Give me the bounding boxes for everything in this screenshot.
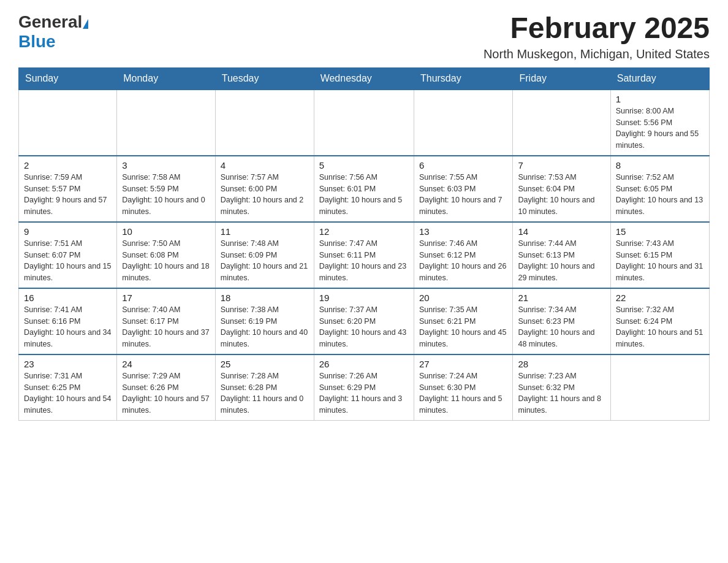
calendar-cell: 10Sunrise: 7:50 AMSunset: 6:08 PMDayligh… bbox=[117, 222, 216, 288]
calendar-week-row: 2Sunrise: 7:59 AMSunset: 5:57 PMDaylight… bbox=[19, 156, 710, 222]
day-info: Sunrise: 7:34 AMSunset: 6:23 PMDaylight:… bbox=[518, 304, 605, 350]
day-info: Sunrise: 7:26 AMSunset: 6:29 PMDaylight:… bbox=[319, 370, 409, 416]
calendar-cell bbox=[19, 90, 117, 156]
calendar-week-row: 23Sunrise: 7:31 AMSunset: 6:25 PMDayligh… bbox=[19, 354, 710, 421]
calendar-cell: 19Sunrise: 7:37 AMSunset: 6:20 PMDayligh… bbox=[314, 288, 414, 354]
day-number: 22 bbox=[616, 293, 704, 303]
day-number: 2 bbox=[24, 160, 112, 170]
day-info: Sunrise: 7:55 AMSunset: 6:03 PMDaylight:… bbox=[419, 172, 508, 218]
calendar-cell: 11Sunrise: 7:48 AMSunset: 6:09 PMDayligh… bbox=[215, 222, 314, 288]
day-info: Sunrise: 7:51 AMSunset: 6:07 PMDaylight:… bbox=[24, 238, 112, 284]
day-number: 3 bbox=[122, 160, 210, 170]
day-info: Sunrise: 7:28 AMSunset: 6:28 PMDaylight:… bbox=[221, 370, 309, 416]
month-title: February 2025 bbox=[483, 12, 710, 45]
calendar-cell: 23Sunrise: 7:31 AMSunset: 6:25 PMDayligh… bbox=[19, 354, 117, 421]
day-info: Sunrise: 7:38 AMSunset: 6:19 PMDaylight:… bbox=[221, 304, 309, 350]
calendar-cell bbox=[414, 90, 513, 156]
day-number: 11 bbox=[221, 226, 309, 237]
calendar-cell: 4Sunrise: 7:57 AMSunset: 6:00 PMDaylight… bbox=[215, 156, 314, 222]
day-number: 7 bbox=[518, 160, 605, 170]
day-number: 15 bbox=[616, 226, 704, 237]
calendar-week-row: 9Sunrise: 7:51 AMSunset: 6:07 PMDaylight… bbox=[19, 222, 710, 288]
title-block: February 2025 North Muskegon, Michigan, … bbox=[483, 12, 710, 61]
calendar-cell: 27Sunrise: 7:24 AMSunset: 6:30 PMDayligh… bbox=[414, 354, 513, 421]
calendar-cell: 24Sunrise: 7:29 AMSunset: 6:26 PMDayligh… bbox=[117, 354, 216, 421]
day-info: Sunrise: 7:46 AMSunset: 6:12 PMDaylight:… bbox=[419, 238, 508, 284]
calendar-cell bbox=[215, 90, 314, 156]
day-number: 14 bbox=[518, 226, 605, 237]
calendar-cell bbox=[513, 90, 610, 156]
day-info: Sunrise: 7:41 AMSunset: 6:16 PMDaylight:… bbox=[24, 304, 112, 350]
day-number: 26 bbox=[319, 359, 409, 369]
col-thursday: Thursday bbox=[414, 67, 513, 90]
day-number: 8 bbox=[616, 160, 704, 170]
calendar-cell: 12Sunrise: 7:47 AMSunset: 6:11 PMDayligh… bbox=[314, 222, 414, 288]
logo-blue-text: Blue bbox=[18, 32, 56, 51]
day-info: Sunrise: 7:43 AMSunset: 6:15 PMDaylight:… bbox=[616, 238, 704, 284]
calendar-cell: 16Sunrise: 7:41 AMSunset: 6:16 PMDayligh… bbox=[19, 288, 117, 354]
day-number: 6 bbox=[419, 160, 508, 170]
day-info: Sunrise: 7:52 AMSunset: 6:05 PMDaylight:… bbox=[616, 172, 704, 218]
calendar-cell: 13Sunrise: 7:46 AMSunset: 6:12 PMDayligh… bbox=[414, 222, 513, 288]
col-saturday: Saturday bbox=[610, 67, 709, 90]
calendar-cell: 20Sunrise: 7:35 AMSunset: 6:21 PMDayligh… bbox=[414, 288, 513, 354]
day-number: 17 bbox=[122, 293, 210, 303]
day-number: 24 bbox=[122, 359, 210, 369]
calendar-cell: 21Sunrise: 7:34 AMSunset: 6:23 PMDayligh… bbox=[513, 288, 610, 354]
day-info: Sunrise: 7:48 AMSunset: 6:09 PMDaylight:… bbox=[221, 238, 309, 284]
logo-triangle-icon bbox=[83, 19, 88, 29]
day-number: 13 bbox=[419, 226, 508, 237]
day-info: Sunrise: 7:29 AMSunset: 6:26 PMDaylight:… bbox=[122, 370, 210, 416]
calendar-cell bbox=[314, 90, 414, 156]
calendar-header-row: Sunday Monday Tuesday Wednesday Thursday… bbox=[19, 67, 710, 90]
calendar-cell: 5Sunrise: 7:56 AMSunset: 6:01 PMDaylight… bbox=[314, 156, 414, 222]
calendar-cell: 2Sunrise: 7:59 AMSunset: 5:57 PMDaylight… bbox=[19, 156, 117, 222]
day-number: 23 bbox=[24, 359, 112, 369]
calendar-week-row: 1Sunrise: 8:00 AMSunset: 5:56 PMDaylight… bbox=[19, 90, 710, 156]
col-monday: Monday bbox=[117, 67, 216, 90]
calendar-cell: 7Sunrise: 7:53 AMSunset: 6:04 PMDaylight… bbox=[513, 156, 610, 222]
day-info: Sunrise: 7:32 AMSunset: 6:24 PMDaylight:… bbox=[616, 304, 704, 350]
calendar-cell: 3Sunrise: 7:58 AMSunset: 5:59 PMDaylight… bbox=[117, 156, 216, 222]
calendar-cell bbox=[610, 354, 709, 421]
day-info: Sunrise: 7:24 AMSunset: 6:30 PMDaylight:… bbox=[419, 370, 508, 416]
calendar-cell: 22Sunrise: 7:32 AMSunset: 6:24 PMDayligh… bbox=[610, 288, 709, 354]
col-friday: Friday bbox=[513, 67, 610, 90]
day-info: Sunrise: 7:40 AMSunset: 6:17 PMDaylight:… bbox=[122, 304, 210, 350]
page-header: General Blue February 2025 North Muskego… bbox=[18, 12, 710, 61]
calendar-cell: 18Sunrise: 7:38 AMSunset: 6:19 PMDayligh… bbox=[215, 288, 314, 354]
calendar-cell: 17Sunrise: 7:40 AMSunset: 6:17 PMDayligh… bbox=[117, 288, 216, 354]
day-number: 19 bbox=[319, 293, 409, 303]
day-number: 4 bbox=[221, 160, 309, 170]
day-number: 20 bbox=[419, 293, 508, 303]
calendar-cell: 25Sunrise: 7:28 AMSunset: 6:28 PMDayligh… bbox=[215, 354, 314, 421]
calendar-cell: 6Sunrise: 7:55 AMSunset: 6:03 PMDaylight… bbox=[414, 156, 513, 222]
day-info: Sunrise: 7:44 AMSunset: 6:13 PMDaylight:… bbox=[518, 238, 605, 284]
day-info: Sunrise: 7:35 AMSunset: 6:21 PMDaylight:… bbox=[419, 304, 508, 350]
col-tuesday: Tuesday bbox=[215, 67, 314, 90]
day-number: 25 bbox=[221, 359, 309, 369]
calendar-table: Sunday Monday Tuesday Wednesday Thursday… bbox=[18, 67, 710, 421]
location-subtitle: North Muskegon, Michigan, United States bbox=[483, 47, 710, 61]
calendar-cell: 1Sunrise: 8:00 AMSunset: 5:56 PMDaylight… bbox=[610, 90, 709, 156]
calendar-cell: 14Sunrise: 7:44 AMSunset: 6:13 PMDayligh… bbox=[513, 222, 610, 288]
calendar-cell: 26Sunrise: 7:26 AMSunset: 6:29 PMDayligh… bbox=[314, 354, 414, 421]
day-info: Sunrise: 7:58 AMSunset: 5:59 PMDaylight:… bbox=[122, 172, 210, 218]
col-wednesday: Wednesday bbox=[314, 67, 414, 90]
day-info: Sunrise: 7:47 AMSunset: 6:11 PMDaylight:… bbox=[319, 238, 409, 284]
day-number: 18 bbox=[221, 293, 309, 303]
day-info: Sunrise: 7:56 AMSunset: 6:01 PMDaylight:… bbox=[319, 172, 409, 218]
day-info: Sunrise: 7:50 AMSunset: 6:08 PMDaylight:… bbox=[122, 238, 210, 284]
col-sunday: Sunday bbox=[19, 67, 117, 90]
day-number: 9 bbox=[24, 226, 112, 237]
day-number: 27 bbox=[419, 359, 508, 369]
calendar-cell bbox=[117, 90, 216, 156]
day-number: 16 bbox=[24, 293, 112, 303]
day-number: 1 bbox=[616, 94, 704, 104]
day-number: 5 bbox=[319, 160, 409, 170]
day-number: 21 bbox=[518, 293, 605, 303]
day-info: Sunrise: 7:23 AMSunset: 6:32 PMDaylight:… bbox=[518, 370, 605, 416]
day-info: Sunrise: 8:00 AMSunset: 5:56 PMDaylight:… bbox=[616, 105, 704, 151]
calendar-cell: 15Sunrise: 7:43 AMSunset: 6:15 PMDayligh… bbox=[610, 222, 709, 288]
day-info: Sunrise: 7:53 AMSunset: 6:04 PMDaylight:… bbox=[518, 172, 605, 218]
